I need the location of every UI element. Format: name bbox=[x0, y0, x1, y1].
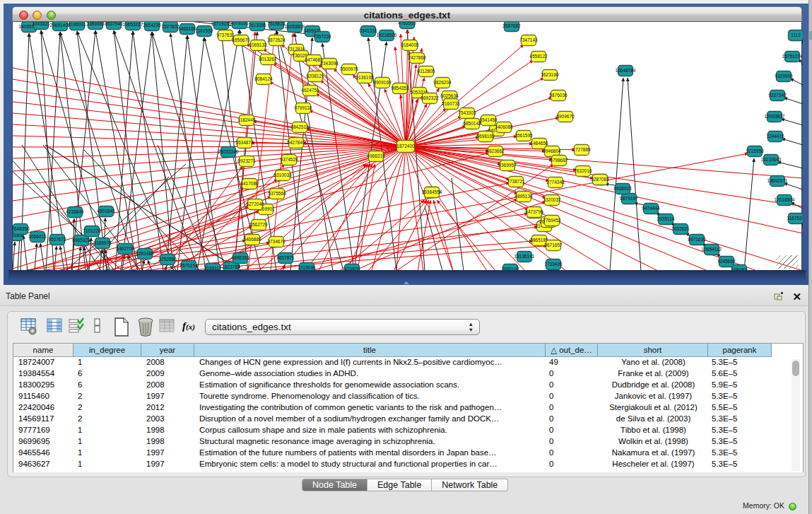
svg-text:6850142: 6850142 bbox=[463, 121, 481, 126]
svg-text:1822782: 1822782 bbox=[222, 264, 240, 269]
svg-text:9474444: 9474444 bbox=[642, 206, 660, 211]
svg-text:8196001: 8196001 bbox=[68, 22, 86, 27]
svg-text:2160733: 2160733 bbox=[442, 101, 460, 106]
svg-text:2935114: 2935114 bbox=[657, 216, 675, 221]
svg-text:6272046: 6272046 bbox=[246, 201, 264, 206]
svg-text:5375564: 5375564 bbox=[268, 191, 286, 196]
svg-text:10653267: 10653267 bbox=[123, 22, 143, 27]
svg-text:5466889: 5466889 bbox=[243, 237, 261, 242]
svg-text:0923271: 0923271 bbox=[237, 158, 256, 163]
svg-text:9227342: 9227342 bbox=[768, 93, 787, 98]
svg-text:4823662: 4823662 bbox=[486, 148, 505, 153]
svg-text:3215958: 3215958 bbox=[746, 148, 764, 153]
svg-text:3389083: 3389083 bbox=[86, 22, 105, 26]
svg-text:9570154: 9570154 bbox=[180, 263, 198, 268]
svg-text:9946804: 9946804 bbox=[543, 148, 561, 153]
svg-text:9166978: 9166978 bbox=[93, 240, 112, 245]
svg-text:5427849: 5427849 bbox=[287, 140, 305, 145]
svg-text:1727889: 1727889 bbox=[572, 147, 591, 152]
svg-text:8013267: 8013267 bbox=[259, 57, 277, 62]
svg-text:3315098: 3315098 bbox=[298, 265, 316, 270]
svg-text:7613355: 7613355 bbox=[248, 23, 266, 28]
svg-text:9136193: 9136193 bbox=[355, 75, 374, 80]
svg-text:19218506: 19218506 bbox=[377, 33, 397, 37]
svg-text:16210643: 16210643 bbox=[761, 157, 782, 162]
svg-text:9374529: 9374529 bbox=[280, 157, 298, 162]
svg-text:7101226: 7101226 bbox=[83, 228, 101, 233]
svg-text:8281489: 8281489 bbox=[136, 251, 154, 256]
svg-text:8471636: 8471636 bbox=[688, 237, 706, 242]
svg-text:0341316: 0341316 bbox=[359, 28, 377, 33]
svg-text:1656670: 1656670 bbox=[232, 37, 250, 42]
svg-text:3623166: 3623166 bbox=[541, 72, 559, 77]
svg-text:7769453: 7769453 bbox=[543, 218, 561, 223]
svg-text:9854353: 9854353 bbox=[391, 86, 409, 90]
svg-text:6466160: 6466160 bbox=[178, 26, 196, 31]
svg-text:7632016: 7632016 bbox=[574, 168, 592, 173]
svg-text:7632621: 7632621 bbox=[671, 226, 690, 231]
svg-text:4558122: 4558122 bbox=[529, 54, 548, 59]
svg-text:17016504: 17016504 bbox=[775, 197, 795, 202]
svg-text:1043321: 1043321 bbox=[32, 22, 50, 26]
svg-text:3056413: 3056413 bbox=[28, 234, 47, 239]
svg-text:4752553: 4752553 bbox=[398, 22, 416, 25]
svg-text:9909169: 9909169 bbox=[373, 80, 392, 85]
svg-text:3534874: 3534874 bbox=[235, 140, 254, 145]
svg-text:4966319: 4966319 bbox=[367, 153, 385, 158]
svg-text:9245652: 9245652 bbox=[717, 259, 736, 264]
svg-text:7543303: 7543303 bbox=[458, 110, 476, 115]
svg-text:1473799: 1473799 bbox=[525, 209, 543, 214]
svg-text:3561595: 3561595 bbox=[514, 133, 533, 138]
svg-text:9737631: 9737631 bbox=[216, 33, 235, 37]
svg-text:1733426: 1733426 bbox=[544, 262, 563, 267]
svg-text:4078161: 4078161 bbox=[230, 22, 249, 25]
svg-text:13692971: 13692971 bbox=[767, 178, 788, 183]
svg-text:6562729: 6562729 bbox=[249, 222, 268, 227]
svg-text:8208121: 8208121 bbox=[306, 74, 324, 78]
svg-text:0112805: 0112805 bbox=[418, 69, 435, 74]
svg-text:8637940: 8637940 bbox=[105, 22, 123, 26]
svg-text:6909670: 6909670 bbox=[556, 114, 575, 119]
svg-text:3406088: 3406088 bbox=[495, 124, 513, 129]
svg-text:2774348: 2774348 bbox=[546, 180, 565, 185]
svg-text:4895134: 4895134 bbox=[514, 194, 533, 199]
svg-text:2687682: 2687682 bbox=[502, 23, 521, 28]
svg-text:9537672: 9537672 bbox=[48, 237, 66, 242]
svg-text:6879197: 6879197 bbox=[620, 196, 638, 201]
svg-text:15751074: 15751074 bbox=[782, 54, 803, 59]
svg-text:7515524: 7515524 bbox=[267, 22, 286, 26]
svg-text:19384554: 19384554 bbox=[422, 189, 442, 194]
svg-text:6965328: 6965328 bbox=[72, 238, 90, 243]
svg-text:1161559: 1161559 bbox=[196, 28, 213, 33]
svg-text:0164005: 0164005 bbox=[401, 42, 419, 47]
svg-text:1112: 1112 bbox=[791, 33, 801, 37]
svg-text:1484656: 1484656 bbox=[530, 141, 548, 146]
svg-text:16648784: 16648784 bbox=[616, 68, 636, 73]
svg-text:12093837: 12093837 bbox=[765, 114, 785, 119]
svg-text:25053346: 25053346 bbox=[218, 149, 239, 154]
svg-text:3252880: 3252880 bbox=[158, 257, 177, 262]
svg-text:5698169: 5698169 bbox=[476, 134, 495, 139]
svg-text:3287083: 3287083 bbox=[591, 177, 609, 182]
svg-text:10719155: 10719155 bbox=[211, 22, 232, 26]
svg-text:6541458: 6541458 bbox=[479, 117, 498, 122]
svg-text:7347143: 7347143 bbox=[519, 37, 538, 42]
svg-text:14136141: 14136141 bbox=[514, 254, 535, 259]
svg-text:1167531: 1167531 bbox=[787, 216, 803, 221]
svg-text:1527602: 1527602 bbox=[161, 24, 180, 29]
svg-text:9826204: 9826204 bbox=[433, 80, 452, 85]
svg-text:10654112: 10654112 bbox=[702, 247, 722, 252]
svg-text:4238849: 4238849 bbox=[66, 209, 84, 214]
svg-text:1462704: 1462704 bbox=[116, 246, 134, 251]
svg-text:3320037: 3320037 bbox=[543, 197, 561, 202]
svg-text:8084124: 8084124 bbox=[254, 76, 273, 81]
svg-text:1182449: 1182449 bbox=[238, 117, 256, 122]
svg-text:3842513: 3842513 bbox=[290, 124, 309, 129]
svg-text:7357224: 7357224 bbox=[313, 34, 331, 39]
svg-text:2654235: 2654235 bbox=[143, 23, 161, 28]
svg-text:8938923: 8938923 bbox=[613, 186, 632, 191]
svg-text:6417080: 6417080 bbox=[240, 181, 259, 186]
svg-text:2427868: 2427868 bbox=[408, 55, 426, 60]
svg-text:2343098: 2343098 bbox=[320, 61, 339, 66]
svg-text:3734670: 3734670 bbox=[267, 239, 286, 244]
